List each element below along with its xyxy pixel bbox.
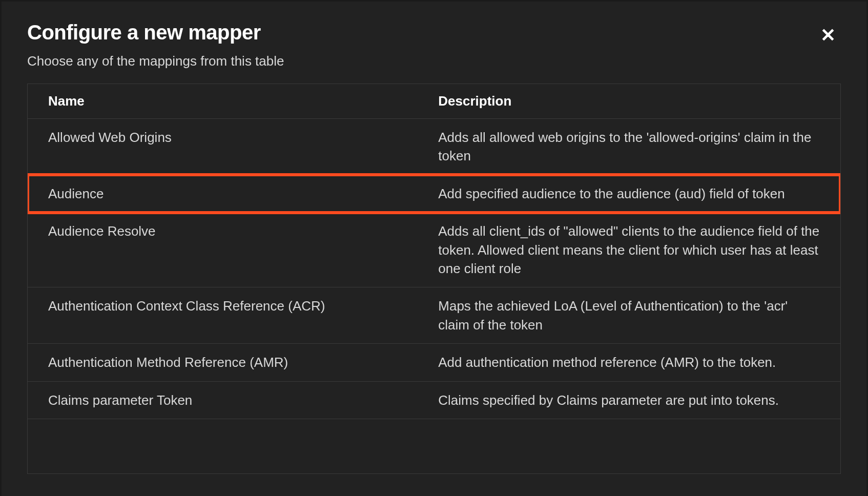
modal-header: Configure a new mapper Choose any of the…	[27, 21, 841, 69]
mapper-description: Claims specified by Claims parameter are…	[418, 381, 840, 419]
modal-title: Configure a new mapper	[27, 21, 284, 44]
mapper-description: Add authentication method reference (AMR…	[418, 344, 840, 381]
mapper-description: Add specified audience to the audience (…	[418, 175, 840, 212]
mapper-name: Claims parameter Token	[28, 381, 418, 419]
column-header-name: Name	[28, 84, 418, 119]
mapper-name: Audience Resolve	[28, 213, 418, 287]
modal-subtitle: Choose any of the mappings from this tab…	[27, 53, 284, 69]
configure-mapper-modal: Configure a new mapper Choose any of the…	[2, 2, 866, 496]
table-row[interactable]: AudienceAdd specified audience to the au…	[28, 175, 840, 212]
mapper-name: Allowed Web Origins	[28, 119, 418, 175]
mapper-description: Adds all client_ids of "allowed" clients…	[418, 213, 840, 287]
table-row[interactable]: Authentication Context Class Reference (…	[28, 287, 840, 344]
table-row[interactable]: Allowed Web OriginsAdds all allowed web …	[28, 119, 840, 175]
mapper-table: Name Description Allowed Web OriginsAdds…	[28, 84, 840, 419]
mapper-description: Adds all allowed web origins to the 'all…	[418, 119, 840, 175]
close-icon: ✕	[820, 25, 836, 46]
mapper-name: Authentication Context Class Reference (…	[28, 287, 418, 344]
mapper-description: Maps the achieved LoA (Level of Authenti…	[418, 287, 840, 344]
mapper-name: Audience	[28, 175, 418, 212]
table-header-row: Name Description	[28, 84, 840, 119]
modal-header-text: Configure a new mapper Choose any of the…	[27, 21, 284, 69]
mapper-table-wrap[interactable]: Name Description Allowed Web OriginsAdds…	[27, 84, 841, 474]
table-row[interactable]: Audience ResolveAdds all client_ids of "…	[28, 213, 840, 287]
table-row[interactable]: Claims parameter TokenClaims specified b…	[28, 381, 840, 419]
table-row[interactable]: Authentication Method Reference (AMR)Add…	[28, 344, 840, 381]
close-button[interactable]: ✕	[815, 23, 841, 48]
column-header-description: Description	[418, 84, 840, 119]
mapper-name: Authentication Method Reference (AMR)	[28, 344, 418, 381]
